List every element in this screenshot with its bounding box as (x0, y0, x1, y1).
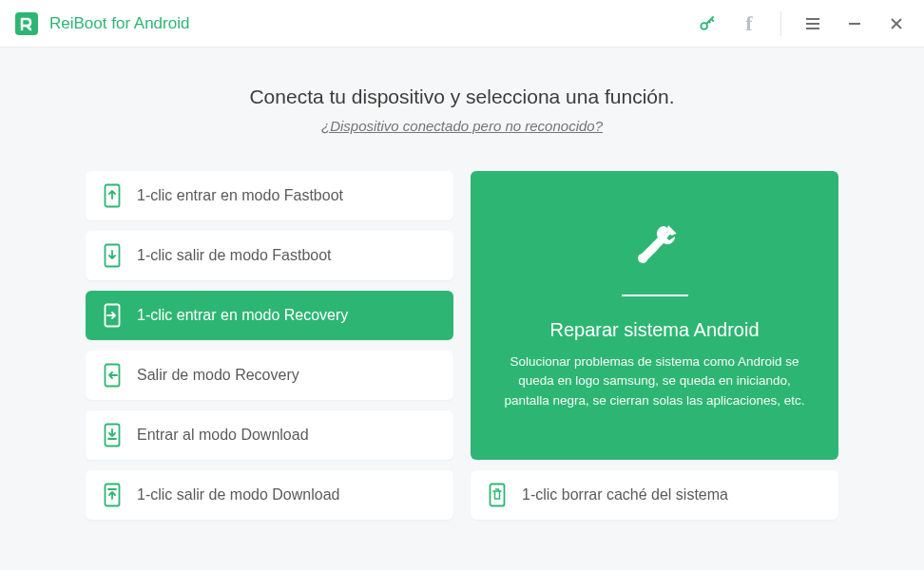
clear-cache-button[interactable]: 1-clic borrar caché del sistema (471, 470, 838, 520)
key-icon[interactable] (697, 13, 718, 34)
option-label: Entrar al modo Download (137, 427, 309, 444)
close-icon[interactable] (886, 13, 907, 34)
card-divider (622, 294, 688, 296)
menu-icon[interactable] (802, 13, 823, 34)
option-label: 1-clic entrar en modo Recovery (137, 307, 348, 324)
option-label: 1-clic salir de modo Download (137, 486, 339, 504)
app-title: ReiBoot for Android (49, 14, 189, 33)
titlebar-right: f (697, 11, 907, 36)
option-label: 1-clic salir de modo Fastboot (137, 247, 332, 264)
phone-arrow-out-icon (103, 363, 122, 388)
repair-title: Reparar sistema Android (549, 319, 759, 341)
phone-arrow-in-icon (103, 303, 122, 328)
option-label: Salir de modo Recovery (137, 367, 299, 384)
phone-download-icon (103, 423, 122, 447)
phone-arrow-down-icon (103, 243, 122, 268)
svg-rect-16 (491, 484, 505, 506)
facebook-icon[interactable]: f (739, 13, 760, 34)
titlebar: ReiBoot for Android f (0, 0, 924, 48)
svg-rect-15 (639, 243, 659, 263)
svg-rect-0 (15, 12, 38, 35)
main-heading: Conecta tu dispositivo y selecciona una … (86, 86, 838, 108)
phone-trash-icon (488, 483, 507, 507)
svg-point-1 (701, 23, 707, 29)
option-label: 1-clic entrar en modo Fastboot (137, 187, 343, 204)
device-not-recognized-link[interactable]: ¿Dispositivo conectado pero no reconocid… (321, 118, 603, 134)
app-logo-icon (13, 10, 40, 37)
options-grid: 1-clic entrar en modo Fastboot 1-clic sa… (86, 171, 838, 520)
phone-arrow-up-icon (103, 183, 122, 208)
recovery-exit-button[interactable]: Salir de modo Recovery (86, 351, 453, 400)
repair-description: Solucionar problemas de sistema como And… (497, 352, 812, 410)
tools-icon (628, 220, 682, 277)
titlebar-divider (780, 11, 781, 36)
fastboot-enter-button[interactable]: 1-clic entrar en modo Fastboot (86, 171, 453, 220)
right-column: Reparar sistema Android Solucionar probl… (471, 171, 838, 520)
titlebar-left: ReiBoot for Android (13, 10, 189, 37)
repair-system-card[interactable]: Reparar sistema Android Solucionar probl… (471, 171, 838, 460)
download-exit-button[interactable]: 1-clic salir de modo Download (86, 470, 453, 520)
phone-upload-icon (103, 483, 122, 507)
left-column: 1-clic entrar en modo Fastboot 1-clic sa… (86, 171, 453, 520)
download-enter-button[interactable]: Entrar al modo Download (86, 410, 453, 460)
option-label: 1-clic borrar caché del sistema (522, 486, 728, 504)
header-text: Conecta tu dispositivo y selecciona una … (86, 86, 838, 135)
minimize-icon[interactable] (844, 13, 865, 34)
main-content: Conecta tu dispositivo y selecciona una … (0, 48, 924, 548)
fastboot-exit-button[interactable]: 1-clic salir de modo Fastboot (86, 231, 453, 280)
recovery-enter-button[interactable]: 1-clic entrar en modo Recovery (86, 291, 453, 340)
